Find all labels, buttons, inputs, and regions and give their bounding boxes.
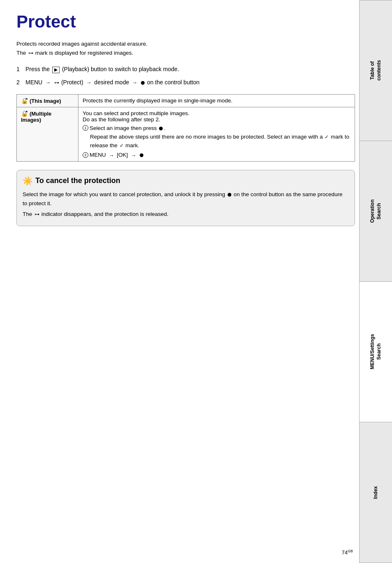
cancel-title-text: To cancel the protection bbox=[35, 176, 120, 185]
table-row-1: 🔒̂ (This Image) Protects the currently d… bbox=[17, 94, 355, 107]
check-1: ✓ bbox=[325, 133, 329, 141]
playback-icon: ▶ bbox=[52, 67, 60, 73]
page-num-text: 74 bbox=[342, 549, 348, 556]
option-multiple-images: 🔒̂ (MultipleImages) bbox=[17, 107, 78, 161]
options-table: 🔒̂ (This Image) Protects the currently d… bbox=[16, 94, 355, 162]
om-icon-intro: ⊶ bbox=[28, 49, 33, 57]
multiple-images-icon: 🔒̂ bbox=[21, 110, 30, 117]
cancel-icon: ☀️ bbox=[23, 176, 33, 186]
sub-step-2-text: MENU → [OK] → bbox=[90, 152, 144, 158]
sidebar-tab-index[interactable]: Index bbox=[359, 422, 392, 563]
page-number: 74GB bbox=[342, 549, 353, 556]
sidebar-tab-operation[interactable]: OperationSearch bbox=[359, 141, 392, 281]
step-2-number: 2 bbox=[16, 78, 23, 88]
this-image-icon: 🔒̂ bbox=[21, 97, 30, 104]
step-2-text: MENU → ⊶ (Protect) → desired mode → on t… bbox=[25, 78, 355, 88]
intro-text: Protects recorded images against acciden… bbox=[16, 39, 355, 57]
indent-text: Repeat the above steps until there are n… bbox=[90, 133, 350, 150]
bullet-2 bbox=[140, 153, 143, 157]
arrow-3: → bbox=[132, 78, 137, 87]
sub-step-1: 1 Select an image then press . bbox=[83, 125, 350, 131]
intro-line-1: Protects recorded images against acciden… bbox=[16, 39, 355, 49]
om-icon-cancel: ⊶ bbox=[35, 211, 39, 219]
sidebar: Table ofcontents OperationSearch MENU/Se… bbox=[359, 0, 392, 563]
step-1-number: 1 bbox=[16, 65, 23, 74]
desc-multiple-images: You can select and protect multiple imag… bbox=[78, 107, 355, 161]
desc-this-image: Protects the currently displayed image i… bbox=[78, 94, 355, 107]
cancel-line-2: The ⊶ indicator disappears, and the prot… bbox=[23, 210, 347, 219]
multi-line-1: You can select and protect multiple imag… bbox=[83, 110, 350, 116]
page-title: Protect bbox=[16, 12, 355, 31]
sidebar-tab-toc[interactable]: Table ofcontents bbox=[359, 0, 392, 141]
step-2: 2 MENU → ⊶ (Protect) → desired mode → on… bbox=[16, 78, 355, 88]
om-icon-step2: ⊶ bbox=[54, 79, 59, 87]
sub-step-1-text: Select an image then press . bbox=[90, 125, 165, 131]
multi-line-2: Do as the following after step 2. bbox=[83, 116, 350, 123]
cancel-protection-box: ☀️ To cancel the protection Select the i… bbox=[16, 170, 355, 226]
arrow-1: → bbox=[45, 78, 51, 87]
steps-section: 1 Press the ▶ (Playback) button to switc… bbox=[16, 65, 355, 88]
menu-label: MENU/SettingsSearch bbox=[369, 334, 382, 369]
toc-label: Table ofcontents bbox=[369, 60, 382, 81]
arrow-bullet: → bbox=[131, 152, 136, 158]
bullet-1 bbox=[159, 127, 163, 130]
step-1: 1 Press the ▶ (Playback) button to switc… bbox=[16, 65, 355, 74]
this-image-label: (This Image) bbox=[30, 98, 61, 104]
step-1-text: Press the ▶ (Playback) button to switch … bbox=[25, 65, 355, 74]
arrow-ok: → bbox=[109, 152, 114, 158]
arrow-2: → bbox=[86, 78, 91, 87]
check-2: ✓ bbox=[120, 142, 124, 150]
operation-label: OperationSearch bbox=[369, 199, 382, 223]
sub-step-2: 2 MENU → [OK] → bbox=[83, 152, 350, 158]
table-row-2: 🔒̂ (MultipleImages) You can select and p… bbox=[17, 107, 355, 161]
cancel-box-text: Select the image for which you want to c… bbox=[23, 190, 347, 219]
index-label: Index bbox=[373, 486, 379, 499]
page-suffix: GB bbox=[348, 549, 353, 553]
option-this-image: 🔒̂ (This Image) bbox=[17, 94, 78, 107]
main-content: Protect Protects recorded images against… bbox=[16, 0, 355, 243]
circle-1: 1 bbox=[83, 125, 88, 131]
bullet-cancel bbox=[228, 193, 231, 197]
circle-2: 2 bbox=[83, 152, 88, 158]
cancel-box-title: ☀️ To cancel the protection bbox=[23, 176, 347, 186]
cancel-line-1: Select the image for which you want to c… bbox=[23, 190, 347, 209]
sidebar-tab-menu[interactable]: MENU/SettingsSearch bbox=[359, 281, 392, 422]
intro-line-2: The ⊶ mark is displayed for registered i… bbox=[16, 49, 355, 58]
bullet-step2 bbox=[141, 81, 145, 85]
